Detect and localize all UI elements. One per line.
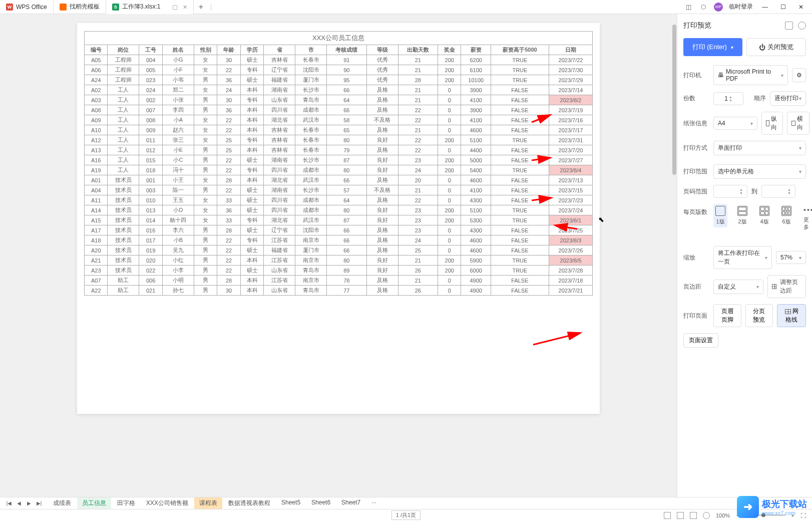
table-cell: 成都市 [295, 105, 327, 115]
page-from-input[interactable]: ▲▼ [713, 185, 747, 198]
sheet-tab[interactable]: XXX公司销售额 [141, 497, 193, 509]
pagebreak-preview-button[interactable]: 分页预览 [745, 304, 773, 327]
sheet-nav-first[interactable]: |◀ [4, 498, 14, 508]
table-cell: A11 [85, 195, 108, 205]
table-cell: 66 [327, 105, 366, 115]
sheet-nav-prev[interactable]: ◀ [14, 498, 24, 508]
close-button[interactable]: ✕ [795, 1, 807, 13]
portrait-button[interactable]: 纵向 [761, 112, 783, 135]
table-row: A22助工021孙七男30本科山东省青岛市77及格2604900FALSE202… [85, 286, 593, 296]
layout-6[interactable]: 6版 [779, 204, 793, 227]
gridlines-button[interactable]: 网格线 [777, 304, 806, 327]
tab-label: WPS Office [16, 4, 47, 11]
login-label[interactable]: 临时登录 [729, 3, 753, 11]
print-range-select[interactable]: 选中的单元格▾ [713, 164, 806, 179]
sheet-tab[interactable]: 成绩表 [48, 497, 76, 509]
view-pagebreak-icon[interactable] [690, 512, 697, 519]
table-cell: 本科 [240, 125, 263, 135]
scale-percent-select[interactable]: 57%▾ [776, 251, 806, 264]
sheet-tab[interactable]: Sheet6 [306, 497, 335, 509]
sheet-tab[interactable]: 员工信息 [77, 497, 111, 509]
table-cell: 21 [398, 65, 438, 75]
table-cell: 2023/7/28 [549, 266, 593, 276]
scrollbar-thumb[interactable] [672, 25, 676, 175]
avatar[interactable]: WP [714, 3, 723, 12]
sheet-tab[interactable]: 课程表 [194, 497, 222, 509]
table-cell: 0 [438, 235, 461, 245]
close-preview-button[interactable]: ⏻ 关闭预览 [746, 38, 806, 56]
spinner-icon[interactable]: ▲▼ [739, 188, 743, 195]
printer-select[interactable]: 🖶Microsoft Print to PDF ▾ [713, 65, 788, 85]
table-cell: 66 [327, 175, 366, 185]
table-cell: 小E [162, 145, 194, 155]
table-cell: FALSE [491, 125, 549, 135]
minimize-button[interactable]: — [759, 1, 771, 13]
zoom-value[interactable]: 100% [716, 512, 730, 518]
print-button[interactable]: 打印 (Enter) ▾ [683, 38, 742, 56]
layout-more[interactable]: •••更多 [801, 204, 812, 233]
table-cell: 湖北省 [264, 215, 295, 225]
copies-input[interactable]: 1 ▲▼ [713, 92, 743, 105]
table-cell: 25 [217, 145, 240, 155]
vertical-scrollbar[interactable] [672, 14, 677, 497]
layout-2[interactable]: 2版 [735, 204, 749, 227]
tab-workbook[interactable]: S 工作簿3.xlsx:1 ▢ × [106, 0, 194, 14]
table-cell: 22 [217, 235, 240, 245]
scale-select[interactable]: 将工作表打印在一页▾ [713, 246, 772, 269]
table-row: A07助工006小明男28本科江苏省南京市78及格2104900FALSE202… [85, 276, 593, 286]
tab-overflow-icon[interactable]: ▢ [172, 4, 178, 11]
table-cell: 80 [327, 205, 366, 215]
table-cell: 及格 [366, 175, 398, 185]
table-row: A12工人011张三女25专科吉林省长春市80良好222005100TRUE20… [85, 135, 593, 145]
table-cell: 李四 [162, 105, 194, 115]
table-cell: 女 [194, 195, 217, 205]
watermark-logo: ➜ [737, 496, 759, 518]
printer-settings-button[interactable]: ⚙ [792, 68, 806, 82]
watermark-name: 极光下载站 [762, 498, 807, 510]
view-layout-icon[interactable] [677, 512, 684, 519]
add-tab-button[interactable]: + [194, 3, 208, 12]
view-reading-icon[interactable] [703, 512, 710, 519]
header-footer-button[interactable]: 页眉页脚 [713, 304, 741, 327]
view-normal-icon[interactable] [664, 512, 671, 519]
table-cell: 015 [139, 155, 162, 165]
sheet-tab[interactable]: Sheet5 [276, 497, 305, 509]
close-icon[interactable]: × [183, 3, 187, 11]
chevron-down-icon: ▾ [799, 169, 801, 174]
tab-docer[interactable]: 找稻壳模板 [54, 0, 106, 14]
paper-select[interactable]: A4▾ [713, 117, 757, 130]
layout-icon[interactable] [785, 22, 793, 30]
sheet-tab[interactable]: Sheet7 [336, 497, 365, 509]
spinner-icon[interactable]: ▲▼ [787, 188, 791, 195]
sheet-tab[interactable]: ··· [366, 497, 381, 509]
panel-toggle-icon[interactable]: ◫ [684, 3, 693, 12]
margin-select[interactable]: 自定义▾ [713, 280, 763, 294]
table-cell: 5000 [461, 155, 491, 165]
table-cell: 2023/8/5 [549, 255, 593, 266]
print-method-select[interactable]: 单面打印▾ [713, 141, 806, 155]
order-select[interactable]: 逐份打印▾ [770, 91, 806, 106]
table-cell: 2023/7/29 [549, 75, 593, 85]
adjust-margin-button[interactable]: 调整页边距 [767, 275, 806, 298]
sheet-nav-last[interactable]: ▶| [34, 498, 44, 508]
table-cell: 武汉市 [295, 215, 327, 225]
sheet-nav-next[interactable]: ▶ [24, 498, 34, 508]
table-cell: 22 [217, 185, 240, 195]
docer-icon [60, 4, 67, 11]
maximize-button[interactable]: ☐ [777, 1, 789, 13]
table-cell: 辽宁省 [264, 225, 295, 235]
page-to-input[interactable]: ▲▼ [761, 185, 795, 198]
table-cell: A14 [85, 205, 108, 215]
spinner-icon[interactable]: ▲▼ [729, 95, 732, 102]
tab-wps-home[interactable]: W WPS Office [0, 0, 54, 14]
table-cell: 技术员 [108, 215, 139, 225]
landscape-button[interactable]: 横向 [787, 112, 809, 135]
sheet-tab[interactable]: 数据透视表教程 [223, 497, 275, 509]
layout-1[interactable]: 1版 [713, 204, 727, 227]
page-setup-button[interactable]: 页面设置 [683, 333, 718, 348]
sheet-tab[interactable]: 田字格 [112, 497, 140, 509]
layout-4[interactable]: 4版 [757, 204, 771, 227]
refresh-icon[interactable] [798, 22, 806, 30]
table-cell: 男 [194, 165, 217, 175]
cube-icon[interactable]: ⬡ [699, 3, 708, 12]
